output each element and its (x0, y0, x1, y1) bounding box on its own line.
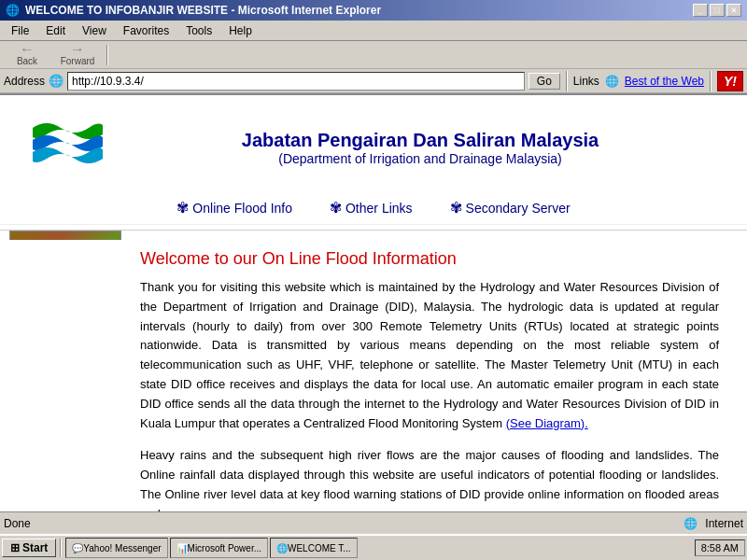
globe-status-icon: 🌐 (684, 517, 698, 530)
close-button[interactable]: × (726, 4, 741, 17)
powerpoint-taskbar-icon: 📊 (176, 543, 188, 553)
paragraph-2: Heavy rains and the subsequent high rive… (140, 446, 719, 511)
minimize-button[interactable]: _ (693, 4, 708, 17)
toolbar: ← Back → Forward (0, 41, 747, 69)
taskbar-right: 8:58 AM (695, 539, 745, 556)
site-subtitle: (Department of Irrigation and Drainage M… (112, 151, 728, 166)
status-bar: Done 🌐 Internet (0, 511, 747, 534)
welcome-heading: Welcome to our On Line Flood Information (140, 249, 719, 269)
secondary-server-link[interactable]: ✾ Secondary Server (450, 199, 571, 217)
menu-bar: File Edit View Favorites Tools Help (0, 21, 747, 41)
back-button[interactable]: ← Back (4, 40, 50, 69)
best-of-web-link[interactable]: Best of the Web (625, 75, 704, 88)
online-flood-link[interactable]: ✾ Online Flood Info (176, 199, 292, 217)
back-arrow-icon: ← (20, 43, 35, 56)
links-area: Links 🌐 Best of the Web (573, 75, 704, 88)
paragraph-1: Thank you for visiting this website whic… (140, 278, 719, 433)
nav-links: ✾ Online Flood Info ✾ Other Links ✾ Seco… (0, 191, 747, 225)
secondary-server-icon: ✾ (450, 199, 462, 217)
site-logo (28, 114, 103, 182)
taskbar-powerpoint[interactable]: 📊 Microsoft Power... (170, 538, 268, 558)
status-zone: Internet (705, 517, 743, 530)
start-button[interactable]: ⊞ Start (2, 539, 56, 557)
taskbar-ie[interactable]: 🌐 WELCOME T... (270, 538, 358, 558)
windows-icon: ⊞ (10, 541, 20, 554)
menu-edit[interactable]: Edit (38, 22, 73, 39)
address-separator (566, 71, 568, 91)
browser-icon: 🌐 (6, 4, 20, 17)
bestofweb-icon: 🌐 (605, 75, 619, 88)
address-input[interactable]: http://10.9.3.4/ (67, 72, 525, 91)
links-separator (710, 71, 712, 91)
menu-favorites[interactable]: Favorites (116, 22, 176, 39)
site-header: Jabatan Pengairan Dan Saliran Malaysia (… (0, 95, 747, 231)
taskbar-yahoo[interactable]: 💬 Yahoo! Messenger (65, 538, 167, 558)
clock: 8:58 AM (695, 539, 745, 556)
toolbar-separator (106, 45, 108, 65)
site-title: Jabatan Pengairan Dan Saliran Malaysia (112, 130, 728, 151)
menu-view[interactable]: View (75, 22, 114, 39)
other-links-icon: ✾ (330, 199, 342, 217)
menu-tools[interactable]: Tools (178, 22, 219, 39)
ie-taskbar-icon: 🌐 (276, 543, 288, 553)
window-title: WELCOME TO INFOBANJIR WEBSITE - Microsof… (25, 4, 381, 17)
main-content: Welcome to our On Line Flood Information… (0, 240, 747, 511)
links-label: Links (573, 75, 599, 88)
browser-content[interactable]: Jabatan Pengairan Dan Saliran Malaysia (… (0, 93, 747, 511)
menu-file[interactable]: File (4, 22, 36, 39)
forward-arrow-icon: → (70, 43, 85, 56)
yahoo-taskbar-icon: 💬 (72, 543, 83, 553)
forward-button[interactable]: → Forward (54, 40, 101, 69)
go-button[interactable]: Go (529, 73, 560, 90)
see-diagram-link[interactable]: (See Diagram). (506, 416, 588, 430)
address-label: Address (4, 75, 45, 88)
maximize-button[interactable]: □ (710, 4, 725, 17)
yahoo-button[interactable]: Y! (717, 71, 743, 91)
menu-help[interactable]: Help (221, 22, 260, 39)
address-bar: Address 🌐 http://10.9.3.4/ Go Links 🌐 Be… (0, 69, 747, 93)
online-flood-icon: ✾ (176, 199, 189, 217)
taskbar: ⊞ Start 💬 Yahoo! Messenger 📊 Microsoft P… (0, 534, 747, 560)
status-done: Done (4, 517, 676, 530)
title-bar: 🌐 WELCOME TO INFOBANJIR WEBSITE - Micros… (0, 0, 747, 21)
taskbar-separator-1 (60, 539, 62, 557)
globe-icon: 🌐 (49, 74, 63, 88)
other-links-link[interactable]: ✾ Other Links (330, 199, 413, 217)
